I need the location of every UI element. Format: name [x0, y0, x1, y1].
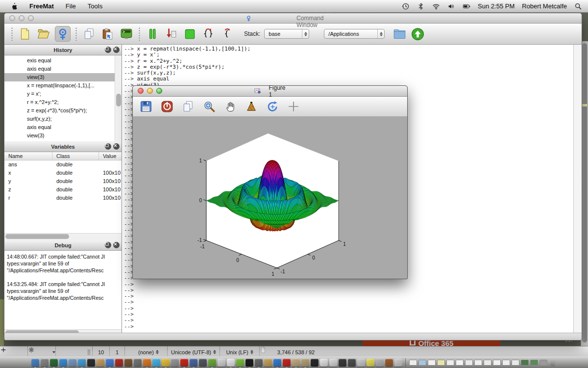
dock-item[interactable]: [236, 359, 244, 367]
dock-item[interactable]: [208, 359, 216, 367]
history-item[interactable]: y = x';: [4, 90, 122, 98]
dock-item[interactable]: [199, 359, 207, 367]
close-panel-button[interactable]: [113, 47, 120, 53]
browse-folder-button[interactable]: [393, 27, 406, 41]
dock-item[interactable]: [31, 359, 39, 367]
loop-brace-button[interactable]: [220, 26, 234, 41]
dock-item[interactable]: [78, 359, 86, 367]
open-folder-button[interactable]: [36, 26, 51, 41]
spotlight-menu[interactable]: [574, 2, 582, 10]
save-floppy-button[interactable]: [139, 100, 153, 113]
close-window-button[interactable]: [9, 15, 15, 21]
zoom-window-button[interactable]: [156, 88, 162, 94]
power-button[interactable]: [160, 100, 174, 113]
stack-select[interactable]: base: [264, 29, 309, 39]
dock-item[interactable]: [50, 359, 58, 367]
history-panel-header[interactable]: History: [4, 45, 122, 55]
dock-item[interactable]: [283, 359, 291, 367]
variable-row[interactable]: ydouble100x10: [4, 177, 122, 185]
dock-item[interactable]: [339, 359, 346, 367]
dock-item[interactable]: [115, 359, 123, 367]
history-item[interactable]: surf(x,y,z);: [4, 115, 122, 123]
variable-row[interactable]: xdouble100x10: [4, 169, 122, 177]
dock-item[interactable]: [87, 359, 95, 367]
figure-canvas[interactable]: -101-101-101: [133, 117, 407, 279]
step-in-button[interactable]: [164, 26, 178, 41]
minimized-window[interactable]: [474, 360, 482, 366]
menu-clock[interactable]: Sun 2:55 PM: [478, 2, 514, 10]
variable-row[interactable]: ansdouble: [4, 160, 122, 169]
console-scrollbar[interactable]: [573, 45, 582, 333]
time-machine-menu[interactable]: [402, 2, 410, 10]
stop-button[interactable]: [182, 26, 197, 41]
history-item[interactable]: r = x.^2+y.^2;: [4, 98, 122, 106]
variables-column-headers[interactable]: Name Class Value: [4, 152, 122, 160]
dock-item[interactable]: [376, 359, 384, 367]
minimized-window[interactable]: [418, 360, 426, 366]
wifi-menu[interactable]: [432, 2, 440, 10]
variable-row[interactable]: zdouble100x10: [4, 185, 122, 194]
dock-item[interactable]: [124, 359, 132, 367]
minimized-window[interactable]: [502, 360, 510, 366]
close-window-button[interactable]: [138, 88, 144, 94]
dock-item[interactable]: [367, 359, 374, 367]
history-item[interactable]: z = exp(-r*3).*cos(5*pi*r);: [4, 106, 122, 115]
variables-hscrollbar[interactable]: [4, 233, 122, 240]
rotate-ccw-button[interactable]: [266, 100, 279, 113]
dock-item[interactable]: [152, 359, 160, 367]
close-panel-button[interactable]: [113, 143, 120, 150]
zoom-magnifier-button[interactable]: [202, 100, 216, 113]
terminal-button[interactable]: [119, 26, 134, 41]
dock-item[interactable]: [143, 359, 151, 367]
minimize-window-button[interactable]: [147, 88, 153, 94]
minimized-window[interactable]: [446, 360, 454, 366]
menu-tools[interactable]: Tools: [88, 2, 102, 10]
dock-item[interactable]: [134, 359, 142, 367]
hand-pointer-button[interactable]: [223, 100, 237, 113]
minimized-window[interactable]: [512, 360, 519, 366]
background-scrollbar-thumb[interactable]: [582, 43, 587, 342]
minimized-window[interactable]: [409, 360, 417, 366]
dock-item[interactable]: [59, 359, 67, 367]
dock-item[interactable]: [320, 359, 328, 367]
volume-menu[interactable]: [447, 2, 455, 10]
dock-item[interactable]: [162, 359, 170, 367]
working-directory-select[interactable]: /Applications: [324, 29, 385, 39]
minimized-window[interactable]: [465, 360, 473, 366]
minimized-window[interactable]: [437, 360, 445, 366]
history-item[interactable]: view(3): [4, 73, 122, 81]
freemat-titlebar[interactable]: FreeMat v4.1 Command Window: [4, 13, 582, 24]
history-item[interactable]: axis equal: [4, 123, 122, 131]
dock-item[interactable]: [41, 359, 49, 367]
menu-file[interactable]: File: [66, 2, 76, 10]
minimized-window[interactable]: [484, 360, 491, 366]
minimized-window[interactable]: [456, 360, 464, 366]
variables-table[interactable]: ansdoublexdouble100x10ydouble100x10zdoub…: [4, 160, 122, 233]
variables-panel-header[interactable]: Variables: [4, 141, 122, 152]
dock-item[interactable]: [329, 359, 337, 367]
cone-button[interactable]: [245, 100, 258, 113]
close-panel-button[interactable]: [113, 242, 120, 248]
dock-item[interactable]: [264, 359, 272, 367]
debug-panel-header[interactable]: Debug: [4, 240, 122, 251]
battery-menu[interactable]: [463, 2, 470, 10]
dock-item[interactable]: [273, 359, 281, 367]
dock-item[interactable]: [245, 359, 253, 367]
dock-item[interactable]: [348, 359, 356, 367]
dock-item[interactable]: [255, 359, 263, 367]
dock-item[interactable]: [227, 359, 235, 367]
copy-pages-button[interactable]: [82, 26, 97, 41]
history-item[interactable]: x = repmat(linspace(-1,1),[...: [4, 81, 122, 90]
detach-panel-button[interactable]: [105, 242, 111, 248]
variable-row[interactable]: rdouble100x10: [4, 194, 122, 202]
user-menu[interactable]: Robert Metcalfe: [522, 2, 567, 10]
history-item[interactable]: exis equal: [4, 56, 122, 65]
dock-item[interactable]: [190, 359, 197, 367]
minimized-window[interactable]: [530, 360, 538, 366]
freemat-logo-button[interactable]: [55, 26, 71, 42]
dock-item[interactable]: [311, 359, 318, 367]
dock-item[interactable]: [106, 359, 114, 367]
bluetooth-menu[interactable]: [417, 2, 425, 10]
dock-item[interactable]: [97, 359, 104, 367]
minimize-window-button[interactable]: [19, 15, 24, 21]
